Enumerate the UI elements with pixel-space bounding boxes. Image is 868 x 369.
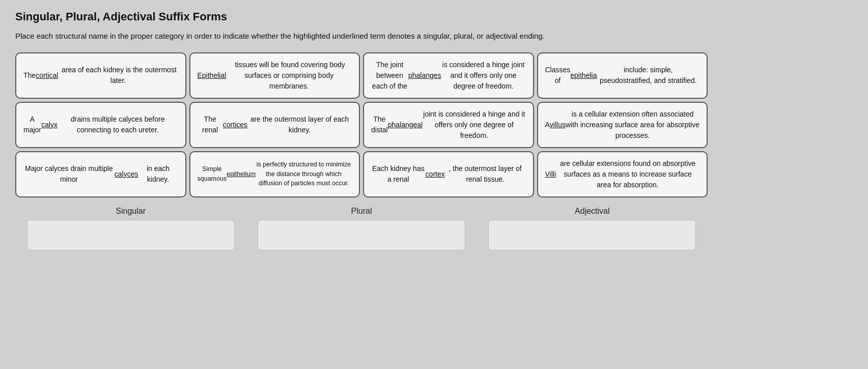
card-2[interactable]: Epithelial tissues will be found coverin… [189, 52, 360, 99]
drop-zone-adjectival-label: Adjectival [575, 207, 609, 216]
card-3[interactable]: The joint between each of the phalanges … [363, 52, 534, 99]
card-1[interactable]: The cortical area of each kidney is the … [15, 52, 186, 99]
drop-zone-plural-box[interactable] [258, 220, 465, 250]
drop-zone-plural-label: Plural [351, 207, 372, 216]
drop-zone-adjectival: Adjectival [477, 207, 708, 250]
drop-zones-row: Singular Plural Adjectival [15, 207, 708, 250]
card-4[interactable]: Classes of epithelia include: simple, ps… [537, 52, 708, 99]
drop-zone-singular-label: Singular [116, 207, 146, 216]
card-6[interactable]: The renal cortices are the outermost lay… [189, 102, 360, 148]
drop-zone-singular-box[interactable] [27, 220, 235, 250]
drop-zone-adjectival-box[interactable] [488, 220, 696, 250]
card-5[interactable]: A major calyx drains multiple calyces be… [15, 102, 186, 148]
page-intro: Place each structural name in the proper… [15, 31, 728, 42]
card-12[interactable]: Villi are cellular extensions found on a… [537, 151, 708, 197]
card-11[interactable]: Each kidney has a renal cortex, the oute… [363, 151, 534, 197]
drop-zone-singular: Singular [15, 207, 246, 250]
card-10[interactable]: Simple squamous epithelium is perfectly … [189, 151, 360, 197]
drop-zone-plural: Plural [246, 207, 477, 250]
cards-grid: The cortical area of each kidney is the … [15, 52, 708, 197]
card-8[interactable]: A villus is a cellular extension often a… [537, 102, 708, 148]
card-7[interactable]: The distal phalangeal joint is considere… [363, 102, 534, 148]
card-9[interactable]: Major calyces drain multiple minor calyc… [15, 151, 186, 197]
page-title: Singular, Plural, Adjectival Suffix Form… [15, 10, 853, 23]
